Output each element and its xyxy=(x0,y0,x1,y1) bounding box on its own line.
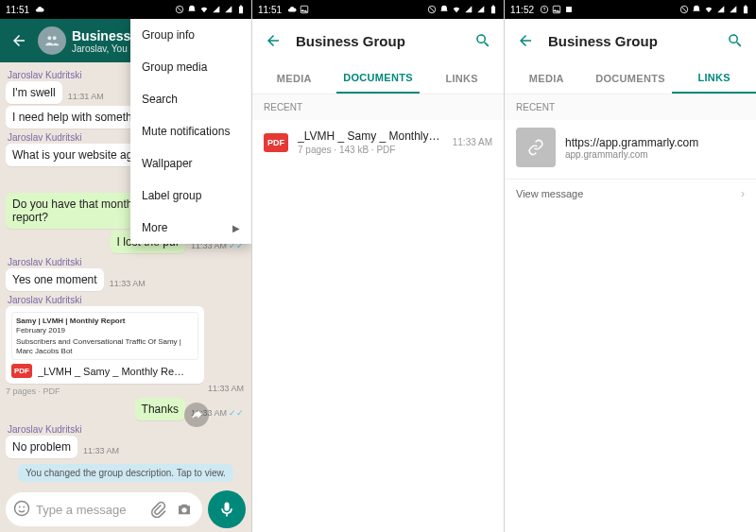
composer: Type a message xyxy=(0,487,251,532)
alarm-icon xyxy=(187,5,197,14)
msg-out[interactable]: Thanks xyxy=(135,398,185,420)
emoji-icon[interactable] xyxy=(13,500,30,520)
tabs: MEDIA DOCUMENTS LINKS xyxy=(252,62,504,94)
overflow-menu: Group info Group media Search Mute notif… xyxy=(130,19,251,244)
battery-icon xyxy=(489,5,498,14)
screen-chat: 11:51 Business Group Jaroslav, You xyxy=(0,0,252,532)
menu-search[interactable]: Search xyxy=(130,83,251,115)
media-header: Business Group xyxy=(252,19,504,62)
signal-icon xyxy=(212,5,221,14)
msg-in[interactable]: I'm swell xyxy=(6,81,62,104)
group-avatar[interactable] xyxy=(38,26,66,55)
document-preview: Samy | LVMH | Monthly Report February 20… xyxy=(11,312,198,360)
mic-button[interactable] xyxy=(208,490,246,528)
status-time: 11:51 xyxy=(258,5,282,15)
search-button[interactable] xyxy=(722,27,748,54)
timestamp: 11:33 AM xyxy=(110,279,146,288)
menu-wallpaper[interactable]: Wallpaper xyxy=(130,147,251,180)
tabs: MEDIA DOCUMENTS LINKS xyxy=(505,62,756,94)
svg-point-1 xyxy=(15,501,29,515)
cloud-icon xyxy=(287,5,297,14)
document-row[interactable]: PDF _LVMH _ Samy _ Monthly Report Feb 20… xyxy=(252,120,504,164)
screen-documents: 11:51 Business Group MEDIA DOCUMENTS LIN xyxy=(252,0,505,532)
menu-label-group[interactable]: Label group xyxy=(130,180,251,212)
back-button[interactable] xyxy=(6,27,32,54)
wifi-icon xyxy=(199,5,209,14)
menu-more[interactable]: More▶ xyxy=(130,212,251,244)
link-row[interactable]: https://app.grammarly.com app.grammarly.… xyxy=(505,120,756,175)
status-bar: 11:51 xyxy=(252,0,504,19)
svg-rect-10 xyxy=(566,7,572,12)
document-message[interactable]: Samy | LVMH | Monthly Report February 20… xyxy=(6,306,204,384)
sender-name: Jaroslav Kudritski xyxy=(8,295,246,305)
menu-mute[interactable]: Mute notifications xyxy=(130,115,251,147)
page-title: Business Group xyxy=(296,33,460,49)
dnd-icon xyxy=(175,5,184,14)
camera-icon[interactable] xyxy=(174,499,195,520)
document-meta: 7 pages · 143 kB · PDF xyxy=(298,145,443,155)
timestamp: 11:33 AM xyxy=(208,384,244,393)
search-button[interactable] xyxy=(470,27,496,54)
forward-button[interactable] xyxy=(184,403,209,427)
status-time: 11:52 xyxy=(510,5,534,15)
back-button[interactable] xyxy=(260,27,286,54)
signal2-icon xyxy=(476,5,486,14)
signal-icon xyxy=(716,5,726,14)
screen-links: 11:52 ? Business Group MEDIA DOCUMENTS xyxy=(505,0,756,532)
wifi-icon xyxy=(452,5,461,14)
view-message-button[interactable]: View message › xyxy=(505,179,756,208)
tab-links[interactable]: LINKS xyxy=(672,62,756,94)
media-header: Business Group xyxy=(505,19,756,62)
alarm-icon xyxy=(439,5,449,14)
alarm-icon xyxy=(692,5,701,14)
page-title: Business Group xyxy=(548,33,713,49)
tab-documents[interactable]: DOCUMENTS xyxy=(589,62,673,94)
timestamp: 11:33 AM xyxy=(83,446,119,455)
tab-documents[interactable]: DOCUMENTS xyxy=(336,62,421,94)
chevron-right-icon: › xyxy=(741,187,745,200)
document-meta: 7 pages · PDF xyxy=(6,386,60,396)
input-placeholder: Type a message xyxy=(36,503,142,517)
message-input[interactable]: Type a message xyxy=(6,492,202,526)
tab-links[interactable]: LINKS xyxy=(420,62,504,94)
read-ticks-icon: ✓✓ xyxy=(229,408,244,418)
document-name: _LVMH _ Samy _ Monthly Report Feb 2019 xyxy=(298,129,443,143)
sender-name: Jaroslav Kudritski xyxy=(8,257,246,267)
msg-in[interactable]: No problem xyxy=(6,436,77,458)
attach-icon[interactable] xyxy=(147,499,168,520)
timestamp: 11:31 AM xyxy=(68,92,104,101)
svg-point-4 xyxy=(181,507,186,512)
system-message[interactable]: You changed the group description. Tap t… xyxy=(18,464,233,482)
status-bar: 11:51 xyxy=(0,0,251,19)
battery-icon xyxy=(741,5,750,14)
chevron-right-icon: ▶ xyxy=(232,223,240,233)
image-icon xyxy=(552,5,561,14)
dnd-icon xyxy=(427,5,437,14)
back-button[interactable] xyxy=(512,27,539,54)
menu-group-info[interactable]: Group info xyxy=(130,19,251,51)
menu-group-media[interactable]: Group media xyxy=(130,51,251,83)
app-icon xyxy=(564,5,574,14)
image-icon xyxy=(300,5,309,14)
section-header: RECENT xyxy=(252,94,504,120)
link-title: https://app.grammarly.com xyxy=(565,136,698,149)
tab-media[interactable]: MEDIA xyxy=(505,62,589,94)
status-bar: 11:52 ? xyxy=(505,0,756,19)
view-message-label: View message xyxy=(516,188,583,199)
signal-icon xyxy=(464,5,473,14)
section-header: RECENT xyxy=(505,94,756,120)
svg-text:?: ? xyxy=(543,8,546,12)
document-time: 11:33 AM xyxy=(453,137,492,147)
dnd-icon xyxy=(679,5,689,14)
msg-in[interactable]: Yes one moment xyxy=(6,268,104,291)
link-icon xyxy=(516,128,556,167)
cloud-icon xyxy=(35,5,44,14)
battery-icon xyxy=(236,5,246,14)
document-name: _LVMH _ Samy _ Monthly Re… xyxy=(38,366,198,377)
pdf-icon: PDF xyxy=(11,364,32,378)
link-domain: app.grammarly.com xyxy=(565,149,698,160)
svg-point-3 xyxy=(23,506,25,507)
sender-name: Jaroslav Kudritski xyxy=(8,424,246,435)
help-icon: ? xyxy=(540,5,549,14)
tab-media[interactable]: MEDIA xyxy=(252,62,336,94)
